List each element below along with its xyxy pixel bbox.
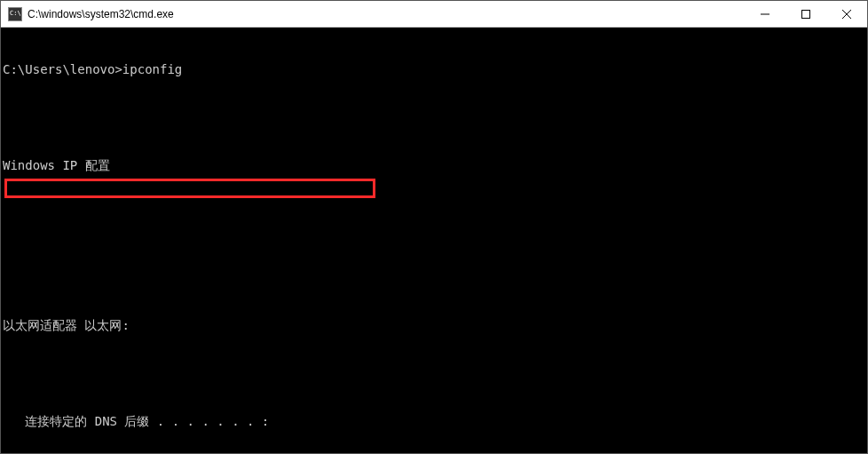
minimize-icon (761, 10, 769, 19)
cmd-icon (8, 7, 22, 21)
terminal-area[interactable]: C:\Users\lenovo>ipconfig Windows IP 配置 以… (1, 28, 867, 453)
titlebar[interactable]: C:\windows\system32\cmd.exe (1, 1, 867, 28)
blank-line (3, 365, 867, 381)
ethernet-title: 以太网适配器 以太网: (3, 317, 867, 333)
prompt-path: C:\Users\lenovo> (3, 62, 122, 76)
ipconfig-heading: Windows IP 配置 (3, 157, 867, 173)
close-button[interactable] (826, 1, 867, 27)
blank-line (3, 253, 867, 269)
blank-line (3, 205, 867, 221)
close-icon (842, 10, 851, 19)
prompt-command: ipconfig (122, 62, 182, 76)
ipv4-highlight (4, 179, 375, 198)
maximize-icon (801, 10, 810, 19)
prompt-line: C:\Users\lenovo>ipconfig (3, 61, 867, 77)
cmd-window: C:\windows\system32\cmd.exe C:\Users\len… (0, 0, 868, 454)
ethernet-dns-suffix: 连接特定的 DNS 后缀 . . . . . . . : (3, 413, 867, 429)
window-title: C:\windows\system32\cmd.exe (28, 8, 745, 20)
maximize-button[interactable] (785, 1, 826, 27)
svg-rect-1 (802, 10, 810, 18)
window-controls (745, 1, 867, 27)
blank-line (3, 109, 867, 125)
minimize-button[interactable] (745, 1, 785, 27)
